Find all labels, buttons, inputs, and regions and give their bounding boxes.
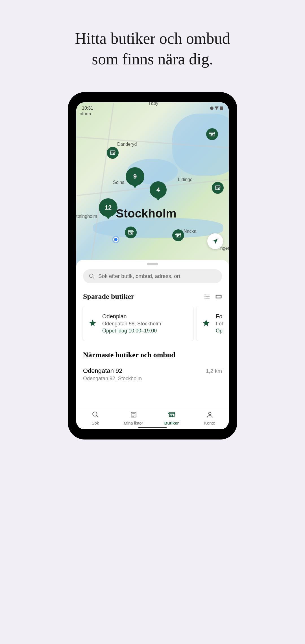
nearest-store-item[interactable]: Odengatan 92 1,2 km Odengatan 92, Stockh… (76, 365, 229, 384)
nav-label: Mina listor (124, 421, 143, 425)
list-view-icon[interactable] (204, 293, 211, 300)
phone-frame: 10:31 Stockholm ntunaTäbyDanderydSolnaLi… (68, 92, 237, 440)
home-indicator (138, 427, 167, 428)
store-icon (168, 411, 175, 419)
store-address: Odengatan 58, Stockholm (102, 321, 161, 327)
locate-me-button[interactable] (207, 233, 223, 249)
map-city-label: Stockholm (116, 207, 177, 220)
favorite-star-icon[interactable] (202, 319, 210, 328)
svg-line-1 (93, 277, 94, 279)
saved-store-card[interactable]: Odenplan Odengatan 58, Stockholm Öppet i… (83, 306, 193, 341)
svg-point-5 (205, 295, 205, 295)
page-headline: Hitta butiker och ombudsom finns nära di… (0, 28, 305, 69)
status-dot-icon (210, 106, 213, 110)
map-place-label: Nacka (184, 229, 196, 234)
svg-point-0 (90, 274, 93, 277)
map-cluster-pin[interactable]: 12 (99, 198, 117, 217)
saved-store-card[interactable]: Fo Fol Öp (197, 306, 229, 341)
search-icon (89, 273, 95, 279)
store-icon (209, 131, 215, 137)
search-placeholder: Sök efter butik, ombud, adress, ort (98, 273, 180, 279)
map-store-pin[interactable] (206, 128, 218, 140)
search-icon (92, 411, 99, 419)
nav-search[interactable]: Sök (76, 411, 114, 425)
svg-point-6 (205, 296, 205, 297)
nav-label: Sök (92, 421, 99, 425)
nav-account[interactable]: Konto (191, 411, 229, 425)
store-icon (175, 232, 181, 238)
bottom-nav: Sök Mina listor Butiker Konto (76, 407, 229, 429)
account-icon (206, 411, 213, 419)
store-address: Fol (216, 321, 223, 327)
view-toggle (204, 293, 222, 300)
phone-screen: 10:31 Stockholm ntunaTäbyDanderydSolnaLi… (76, 102, 229, 429)
nav-store[interactable]: Butiker (152, 411, 191, 425)
store-name: Odenplan (102, 313, 161, 320)
list-icon (130, 411, 137, 419)
nearest-store-distance: 1,2 km (206, 368, 222, 374)
svg-rect-8 (216, 295, 221, 298)
sheet-drag-handle[interactable] (147, 263, 158, 265)
store-hours: Öppet idag 10:00–19:00 (102, 328, 161, 334)
store-icon (215, 185, 221, 191)
saved-stores-title: Sparade butiker (83, 292, 134, 301)
nearest-store-name: Odengatan 92 (83, 367, 122, 375)
status-icons (210, 106, 223, 111)
map-place-label: ngen (220, 246, 229, 251)
nearest-store-address: Odengatan 92, Stockholm (83, 376, 222, 382)
store-name: Fo (216, 313, 223, 320)
status-square-icon (220, 106, 223, 110)
nav-list[interactable]: Mina listor (114, 411, 152, 425)
map-place-label: Lidingö (178, 177, 193, 182)
store-hours: Öp (216, 328, 223, 334)
card-view-icon[interactable] (215, 293, 222, 300)
svg-point-7 (205, 298, 205, 299)
map-store-pin[interactable] (125, 227, 137, 238)
map[interactable]: 10:31 Stockholm ntunaTäbyDanderydSolnaLi… (76, 102, 229, 266)
store-icon (128, 229, 134, 236)
nav-label: Konto (204, 421, 215, 425)
map-store-pin[interactable] (107, 147, 119, 159)
nav-label: Butiker (164, 421, 179, 425)
nearest-title: Närmaste butiker och ombud (76, 341, 229, 365)
search-input[interactable]: Sök efter butik, ombud, adress, ort (83, 269, 222, 283)
user-location-dot (113, 237, 118, 242)
map-place-label: Solna (113, 180, 125, 185)
map-place-label: ttningholm (76, 214, 97, 219)
store-icon (110, 150, 116, 156)
map-place-label: ntuna (80, 111, 91, 116)
svg-point-15 (208, 412, 211, 415)
svg-line-10 (96, 415, 98, 417)
bottom-sheet[interactable]: Sök efter butik, ombud, adress, ort Spar… (76, 260, 229, 429)
status-bar: 10:31 (76, 106, 229, 111)
status-triangle-icon (215, 106, 219, 110)
map-cluster-pin[interactable]: 4 (150, 181, 167, 198)
map-store-pin[interactable] (172, 229, 184, 241)
map-store-pin[interactable] (212, 182, 224, 194)
map-cluster-pin[interactable]: 9 (126, 167, 144, 186)
svg-point-9 (93, 412, 97, 416)
favorite-star-icon[interactable] (89, 319, 97, 328)
location-arrow-icon (212, 238, 219, 245)
map-place-label: Danderyd (117, 142, 137, 147)
status-time: 10:31 (82, 106, 93, 111)
